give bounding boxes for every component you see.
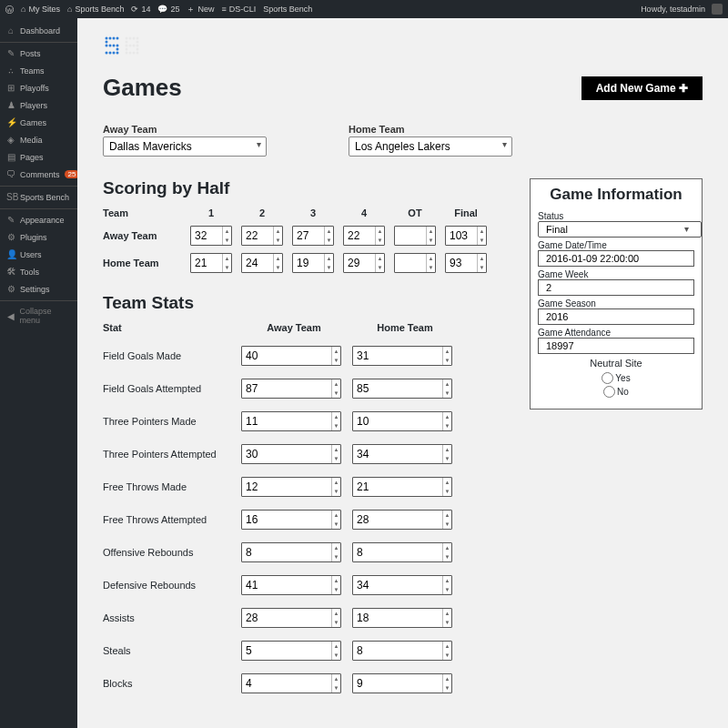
spin-up-icon[interactable]: ▲ bbox=[332, 347, 340, 356]
updates[interactable]: ⟳14 bbox=[131, 5, 150, 14]
add-new-game-button[interactable]: Add New Game ✚ bbox=[581, 76, 703, 100]
home-score-4[interactable]: ▲▼ bbox=[394, 253, 436, 273]
spin-down-icon[interactable]: ▼ bbox=[443, 389, 451, 398]
spin-down-icon[interactable]: ▼ bbox=[325, 236, 333, 245]
my-sites[interactable]: ⌂My Sites bbox=[21, 5, 60, 14]
spin-down-icon[interactable]: ▼ bbox=[332, 487, 340, 496]
spin-down-icon[interactable]: ▼ bbox=[332, 421, 340, 430]
spin-up-icon[interactable]: ▲ bbox=[332, 543, 340, 552]
spin-down-icon[interactable]: ▼ bbox=[443, 356, 451, 365]
stat-away-8[interactable]: ▲▼ bbox=[241, 608, 341, 628]
status-select[interactable]: Final bbox=[538, 221, 702, 238]
spin-down-icon[interactable]: ▼ bbox=[332, 585, 340, 594]
spin-up-icon[interactable]: ▲ bbox=[332, 412, 340, 421]
spin-down-icon[interactable]: ▼ bbox=[443, 683, 451, 693]
home-score-0[interactable]: ▲▼ bbox=[190, 253, 232, 273]
stat-home-7[interactable]: ▲▼ bbox=[352, 575, 452, 595]
wp-logo[interactable] bbox=[5, 5, 14, 14]
spin-up-icon[interactable]: ▲ bbox=[443, 543, 451, 552]
menu-playoffs[interactable]: ⊞Playoffs bbox=[0, 79, 77, 96]
menu-games[interactable]: ⚡Games bbox=[0, 114, 77, 131]
spin-down-icon[interactable]: ▼ bbox=[332, 651, 340, 660]
spin-up-icon[interactable]: ▲ bbox=[332, 511, 340, 520]
stat-home-5[interactable]: ▲▼ bbox=[352, 510, 452, 530]
spin-up-icon[interactable]: ▲ bbox=[274, 254, 282, 263]
howdy[interactable]: Howdy, testadmin bbox=[641, 4, 723, 15]
stat-away-9[interactable]: ▲▼ bbox=[241, 641, 341, 661]
spin-down-icon[interactable]: ▼ bbox=[332, 356, 340, 365]
stat-away-7[interactable]: ▲▼ bbox=[241, 575, 341, 595]
spin-up-icon[interactable]: ▲ bbox=[332, 674, 340, 683]
spin-up-icon[interactable]: ▲ bbox=[332, 379, 340, 389]
spin-down-icon[interactable]: ▼ bbox=[332, 520, 340, 529]
menu-appearance[interactable]: ✎Appearance bbox=[0, 208, 77, 228]
away-score-1[interactable]: ▲▼ bbox=[241, 226, 283, 246]
spin-down-icon[interactable]: ▼ bbox=[427, 263, 435, 272]
menu-dashboard[interactable]: ⌂Dashboard bbox=[0, 22, 77, 39]
spin-up-icon[interactable]: ▲ bbox=[325, 227, 333, 236]
spin-down-icon[interactable]: ▼ bbox=[223, 263, 231, 272]
spin-up-icon[interactable]: ▲ bbox=[443, 642, 451, 651]
spin-down-icon[interactable]: ▼ bbox=[223, 236, 231, 245]
stat-home-9[interactable]: ▲▼ bbox=[352, 641, 452, 661]
sports-bench-link[interactable]: Sports Bench bbox=[263, 5, 312, 14]
week-input[interactable] bbox=[538, 279, 694, 296]
spin-up-icon[interactable]: ▲ bbox=[332, 576, 340, 585]
home-score-1[interactable]: ▲▼ bbox=[241, 253, 283, 273]
menu-collapse[interactable]: ◀Collapse menu bbox=[0, 300, 77, 329]
spin-up-icon[interactable]: ▲ bbox=[325, 254, 333, 263]
spin-down-icon[interactable]: ▼ bbox=[443, 618, 451, 627]
spin-down-icon[interactable]: ▼ bbox=[443, 520, 451, 529]
away-score-4[interactable]: ▲▼ bbox=[394, 226, 436, 246]
home-score-2[interactable]: ▲▼ bbox=[292, 253, 334, 273]
spin-up-icon[interactable]: ▲ bbox=[443, 674, 451, 683]
attendance-input[interactable] bbox=[538, 338, 694, 354]
spin-down-icon[interactable]: ▼ bbox=[427, 236, 435, 245]
spin-down-icon[interactable]: ▼ bbox=[332, 683, 340, 693]
spin-down-icon[interactable]: ▼ bbox=[332, 552, 340, 561]
stat-away-1[interactable]: ▲▼ bbox=[241, 379, 341, 399]
spin-up-icon[interactable]: ▲ bbox=[427, 254, 435, 263]
stat-home-3[interactable]: ▲▼ bbox=[352, 444, 452, 464]
stat-away-4[interactable]: ▲▼ bbox=[241, 477, 341, 497]
spin-down-icon[interactable]: ▼ bbox=[332, 389, 340, 398]
neutral-yes[interactable]: Yes bbox=[602, 372, 630, 384]
stat-home-0[interactable]: ▲▼ bbox=[352, 346, 452, 366]
spin-up-icon[interactable]: ▲ bbox=[443, 511, 451, 520]
spin-up-icon[interactable]: ▲ bbox=[274, 227, 282, 236]
spin-up-icon[interactable]: ▲ bbox=[478, 254, 486, 263]
spin-up-icon[interactable]: ▲ bbox=[443, 445, 451, 454]
spin-up-icon[interactable]: ▲ bbox=[332, 445, 340, 454]
spin-down-icon[interactable]: ▼ bbox=[478, 236, 486, 245]
stat-away-10[interactable]: ▲▼ bbox=[241, 673, 341, 693]
spin-down-icon[interactable]: ▼ bbox=[376, 236, 384, 245]
stat-home-1[interactable]: ▲▼ bbox=[352, 379, 452, 399]
stat-away-5[interactable]: ▲▼ bbox=[241, 510, 341, 530]
comments-count[interactable]: 💬25 bbox=[157, 5, 179, 14]
spin-up-icon[interactable]: ▲ bbox=[332, 478, 340, 487]
menu-users[interactable]: 👤Users bbox=[0, 246, 77, 263]
away-score-2[interactable]: ▲▼ bbox=[292, 226, 334, 246]
site-name[interactable]: ⌂Sports Bench bbox=[67, 5, 124, 14]
spin-down-icon[interactable]: ▼ bbox=[443, 585, 451, 594]
spin-down-icon[interactable]: ▼ bbox=[274, 236, 282, 245]
menu-tools[interactable]: 🛠Tools bbox=[0, 263, 77, 280]
away-score-5[interactable]: ▲▼ bbox=[445, 226, 487, 246]
menu-teams[interactable]: ⛬Teams bbox=[0, 62, 77, 79]
away-score-0[interactable]: ▲▼ bbox=[190, 226, 232, 246]
spin-up-icon[interactable]: ▲ bbox=[478, 227, 486, 236]
menu-sports-bench[interactable]: SBSports Bench bbox=[0, 186, 77, 206]
menu-posts[interactable]: ✎Posts bbox=[0, 42, 77, 62]
spin-up-icon[interactable]: ▲ bbox=[443, 379, 451, 389]
spin-down-icon[interactable]: ▼ bbox=[443, 487, 451, 496]
spin-up-icon[interactable]: ▲ bbox=[443, 609, 451, 618]
stat-away-0[interactable]: ▲▼ bbox=[241, 346, 341, 366]
spin-down-icon[interactable]: ▼ bbox=[332, 618, 340, 627]
menu-settings[interactable]: ⚙Settings bbox=[0, 280, 77, 298]
menu-players[interactable]: ♟Players bbox=[0, 96, 77, 114]
away-score-3[interactable]: ▲▼ bbox=[343, 226, 385, 246]
stat-home-2[interactable]: ▲▼ bbox=[352, 411, 452, 431]
ds-cli[interactable]: ≡DS-CLI bbox=[221, 5, 256, 14]
new-content[interactable]: ＋New bbox=[187, 4, 214, 15]
spin-down-icon[interactable]: ▼ bbox=[443, 651, 451, 660]
